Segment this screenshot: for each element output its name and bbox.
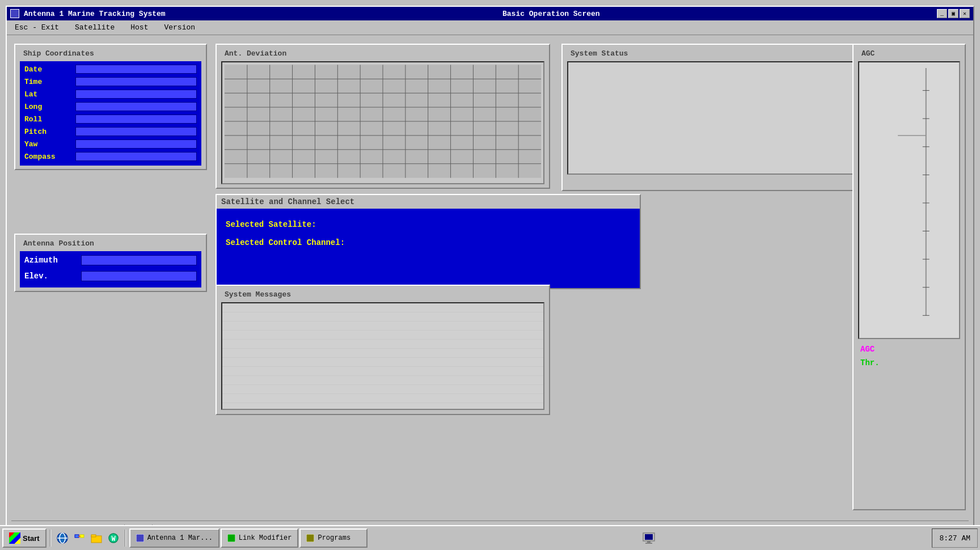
ant-label-azimuth: Azimuth	[24, 256, 81, 265]
taskbar-app-programs[interactable]: Programs	[299, 528, 368, 548]
main-content: Ship Coordinates Date Time Lat Long	[11, 41, 969, 539]
agc-title: AGC	[858, 48, 960, 59]
ant-deviation-svg	[225, 65, 541, 178]
coord-value-yaw	[75, 139, 197, 149]
start-button[interactable]: Start	[2, 528, 47, 548]
app-icon	[10, 9, 19, 18]
sat-channel-panel: Satellite and Channel Select Selected Sa…	[216, 194, 641, 289]
agc-label-thr: Thr.	[858, 357, 960, 369]
minimize-button[interactable]: _	[937, 9, 947, 18]
taskbar-display-icon[interactable]	[641, 530, 657, 546]
coord-value-roll	[75, 115, 197, 124]
taskbar-sep-1	[50, 530, 51, 547]
sat-channel-title: Satellite and Channel Select	[217, 195, 640, 209]
system-status-panel: System Status	[561, 44, 873, 191]
coord-value-date	[75, 65, 197, 74]
svg-rect-43	[136, 534, 144, 542]
coord-row-yaw: Yaw	[22, 138, 199, 150]
svg-rect-45	[306, 534, 314, 542]
sat-channel-body: Selected Satellite: Selected Control Cha…	[217, 209, 640, 288]
ship-coords-panel: Ship Coordinates Date Time Lat Long	[14, 44, 207, 170]
svg-rect-44	[227, 534, 235, 542]
coord-value-compass	[75, 152, 197, 161]
coord-row-lat: Lat	[22, 88, 199, 100]
coord-row-time: Time	[22, 76, 199, 87]
taskbar-app-link-modifier[interactable]: Link Modifier	[221, 528, 299, 548]
taskbar-app-link-modifier-label: Link Modifier	[239, 534, 292, 542]
title-bar-controls: _ ▣ ✕	[937, 9, 970, 18]
svg-rect-37	[80, 535, 84, 538]
coord-value-long	[75, 102, 197, 111]
coord-row-roll: Roll	[22, 113, 199, 125]
taskbar-app-antenna[interactable]: Antenna 1 Mar...	[129, 528, 219, 548]
coord-label-date: Date	[24, 65, 75, 74]
antenna-pos-title: Antenna Position	[20, 238, 201, 249]
restore-button[interactable]: ▣	[948, 9, 958, 18]
coord-row-long: Long	[22, 101, 199, 112]
ant-value-azimuth	[81, 255, 197, 265]
svg-rect-47	[645, 534, 653, 540]
coord-value-lat	[75, 90, 197, 99]
coord-label-time: Time	[24, 78, 75, 86]
svg-rect-49	[645, 543, 652, 544]
ant-deviation-panel: Ant. Deviation	[216, 44, 550, 189]
close-button[interactable]: ✕	[960, 9, 970, 18]
svg-rect-36	[75, 535, 79, 538]
system-status-body	[567, 61, 868, 175]
selected-satellite-label: Selected Satellite:	[226, 220, 316, 229]
menu-host[interactable]: Host	[127, 22, 151, 33]
sys-messages-body	[221, 302, 544, 410]
agc-chart	[858, 61, 960, 339]
coord-row-pitch: Pitch	[22, 126, 199, 137]
agc-panel: AGC	[852, 44, 966, 510]
coord-value-pitch	[75, 127, 197, 136]
coord-row-date: Date	[22, 64, 199, 75]
taskbar-clock: 8:27 AM	[932, 528, 978, 548]
start-icon	[9, 532, 20, 544]
ant-value-elev	[81, 271, 197, 281]
coord-row-compass: Compass	[22, 151, 199, 162]
sys-messages-lines	[222, 303, 543, 409]
agc-legend: AGC Thr.	[858, 344, 960, 369]
selected-channel-label: Selected Control Channel:	[226, 238, 345, 247]
window-subtitle: Basic Operation Screen	[166, 10, 937, 18]
taskbar-app-antenna-label: Antenna 1 Mar...	[147, 534, 213, 542]
coord-label-compass: Compass	[24, 153, 75, 161]
ant-label-elev: Elev.	[24, 272, 81, 281]
ant-deviation-title: Ant. Deviation	[221, 48, 544, 59]
taskbar-app-programs-label: Programs	[318, 534, 350, 542]
title-bar: Antenna 1 Marine Tracking System Basic O…	[7, 7, 973, 20]
taskbar: Start W Antenna 1 Mar... Link Modifier P…	[0, 525, 980, 550]
ant-deviation-grid	[221, 61, 544, 184]
sys-messages-panel: System Messages	[216, 285, 550, 415]
menu-version[interactable]: Version	[160, 22, 198, 33]
coord-value-time	[75, 77, 197, 86]
ship-coords-title: Ship Coordinates	[20, 48, 201, 59]
svg-text:W: W	[111, 535, 116, 543]
taskbar-ie-icon[interactable]	[54, 530, 70, 546]
menu-bar: Esc - Exit Satellite Host Version	[7, 20, 973, 35]
window-title: Antenna 1 Marine Tracking System	[24, 10, 166, 18]
start-label: Start	[23, 534, 40, 543]
agc-svg	[859, 62, 959, 338]
title-bar-left: Antenna 1 Marine Tracking System	[10, 9, 166, 18]
menu-esc-exit[interactable]: Esc - Exit	[11, 22, 62, 33]
svg-rect-48	[647, 541, 650, 543]
sys-messages-title: System Messages	[221, 289, 544, 300]
taskbar-network-icon[interactable]	[71, 530, 87, 546]
taskbar-misc-icon[interactable]: W	[105, 530, 121, 546]
coord-label-pitch: Pitch	[24, 128, 75, 136]
taskbar-folder-icon[interactable]	[88, 530, 104, 546]
svg-rect-40	[91, 535, 96, 537]
ant-row-azimuth: Azimuth	[22, 253, 199, 267]
ant-table: Azimuth Elev.	[20, 251, 201, 287]
antenna-pos-panel: Antenna Position Azimuth Elev.	[14, 234, 207, 292]
menu-satellite[interactable]: Satellite	[71, 22, 118, 33]
selected-satellite-row: Selected Satellite:	[226, 215, 631, 234]
coord-label-lat: Lat	[24, 90, 75, 99]
taskbar-sep-2	[125, 530, 126, 547]
system-status-title: System Status	[567, 48, 868, 59]
coord-label-long: Long	[24, 103, 75, 111]
coord-label-yaw: Yaw	[24, 140, 75, 149]
selected-channel-row: Selected Control Channel:	[226, 234, 631, 252]
